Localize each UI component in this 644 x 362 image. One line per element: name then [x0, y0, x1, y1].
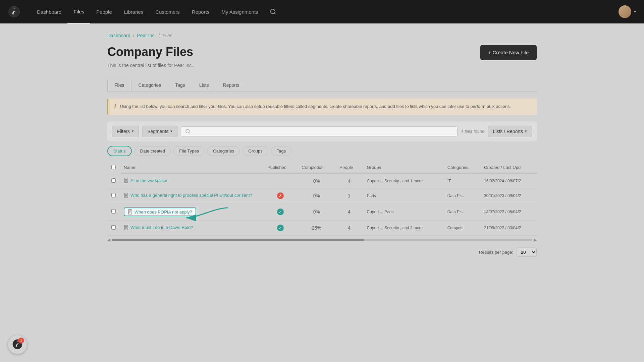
nav-chevron-down-icon[interactable]: ▾: [634, 9, 636, 14]
scroll-arrow-left-icon[interactable]: ◀: [107, 238, 110, 242]
row-date-cell: 14/07/2022 / 05/04/2: [480, 203, 537, 221]
segments-chevron-icon: ▾: [170, 129, 172, 133]
table-header-groups: Groups: [363, 162, 443, 174]
row-completion-cell: 25%: [298, 221, 335, 236]
file-link[interactable]: AI in the workplace: [130, 178, 167, 183]
row-date-cell: 16/02/2024 / 08/07/2: [480, 174, 537, 188]
row-checkbox-cell: [107, 203, 120, 221]
file-link[interactable]: When does POPIA not apply?: [135, 209, 192, 215]
row-checkbox[interactable]: [111, 209, 116, 214]
avatar[interactable]: [619, 5, 631, 18]
filter-pills: Status Date created File Types Categorie…: [107, 146, 537, 156]
files-count: 4 files found: [461, 129, 484, 134]
row-completion-cell: 0%: [298, 174, 335, 188]
tab-tags[interactable]: Tags: [168, 79, 192, 92]
tab-reports[interactable]: Reports: [216, 79, 247, 92]
info-banner: i Using the list below, you can search a…: [107, 99, 537, 115]
row-checkbox[interactable]: [111, 178, 116, 183]
scrollbar-thumb[interactable]: [112, 239, 364, 241]
segments-button[interactable]: Segments ▾: [142, 126, 177, 137]
nav-link-people[interactable]: People: [90, 0, 118, 23]
row-published-cell: [263, 174, 298, 188]
nav-link-dashboard[interactable]: Dashboard: [31, 0, 67, 23]
results-per-page-select[interactable]: 20 50 100: [517, 248, 537, 257]
pagination-bar: Results per page: 20 50 100: [107, 244, 537, 260]
file-icon: [124, 225, 128, 230]
breadcrumb-pear-inc[interactable]: Pear Inc.: [137, 33, 156, 38]
highlighted-file-name: When does POPIA not apply?: [124, 207, 196, 216]
horizontal-scrollbar[interactable]: ◀ ▶: [107, 238, 537, 242]
pill-file-types[interactable]: File Types: [173, 146, 205, 156]
nav-logo[interactable]: [8, 6, 20, 18]
nav-link-libraries[interactable]: Libraries: [118, 0, 150, 23]
file-icon: [124, 193, 128, 198]
row-published-cell: ✗: [263, 188, 298, 203]
table-header-checkbox: [107, 162, 120, 174]
lists-reports-button[interactable]: Lists / Reports ▾: [488, 126, 532, 137]
unpublished-status-icon: ✗: [277, 192, 284, 199]
table-header-name: Name: [120, 162, 263, 174]
table-header-date: Created / Last Upd: [480, 162, 537, 174]
row-people-cell: 4: [335, 221, 363, 236]
pill-categories[interactable]: Categories: [207, 146, 240, 156]
row-published-cell: ✓: [263, 203, 298, 221]
row-name-cell: AI in the workplace: [120, 174, 263, 188]
filters-button[interactable]: Filters ▾: [112, 126, 139, 137]
select-all-checkbox[interactable]: [111, 165, 116, 169]
filters-chevron-icon: ▾: [132, 129, 134, 133]
pill-tags[interactable]: Tags: [271, 146, 291, 156]
row-checkbox[interactable]: [111, 193, 116, 197]
row-date-cell: 30/01/2023 / 09/04/2: [480, 188, 537, 203]
create-new-file-button[interactable]: + Create New File: [480, 45, 537, 60]
tab-categories[interactable]: Categories: [131, 79, 168, 92]
notification-badge: 1: [18, 338, 24, 344]
row-groups-cell: Paris: [363, 188, 443, 203]
main-content: Dashboard / Pear Inc. / Files Company Fi…: [87, 23, 557, 269]
row-date-cell: 21/09/2022 / 03/04/2: [480, 221, 537, 236]
files-table-container: Name Published Completion People Groups …: [107, 162, 537, 236]
info-icon: i: [114, 104, 116, 110]
file-link[interactable]: What must I do in a Dawn Raid?: [130, 225, 193, 230]
row-published-cell: ✓: [263, 221, 298, 236]
row-categories-cell: Data Pr...: [443, 188, 480, 203]
bottom-widget[interactable]: 1: [8, 335, 27, 354]
nav-link-reports[interactable]: Reports: [186, 0, 216, 23]
table-header-categories: Categories: [443, 162, 480, 174]
row-people-cell: 4: [335, 174, 363, 188]
file-icon: [124, 178, 128, 183]
search-input[interactable]: [193, 129, 453, 134]
published-status-icon: ✓: [277, 225, 284, 231]
pill-groups[interactable]: Groups: [243, 146, 268, 156]
bottom-widget-inner: 1: [12, 339, 23, 351]
nav-link-customers[interactable]: Customers: [149, 0, 186, 23]
file-link[interactable]: Who has a general right to process speci…: [130, 193, 252, 198]
row-name-cell: Who has a general right to process speci…: [120, 188, 263, 203]
row-checkbox-cell: [107, 188, 120, 203]
search-icon[interactable]: [270, 8, 276, 15]
row-groups-cell: Cupert..., Security , and 1 more: [363, 174, 443, 188]
top-nav: Dashboard Files People Libraries Custome…: [0, 0, 644, 23]
row-people-cell: 1: [335, 188, 363, 203]
breadcrumb-dashboard[interactable]: Dashboard: [107, 33, 130, 38]
scrollbar-track[interactable]: [112, 239, 532, 241]
pill-date-created[interactable]: Date created: [135, 146, 171, 156]
row-groups-cell: Cupert..., Security , and 2 more: [363, 221, 443, 236]
tab-files[interactable]: Files: [107, 79, 131, 92]
scroll-arrow-right-icon[interactable]: ▶: [534, 238, 537, 242]
row-people-cell: 4: [335, 203, 363, 221]
nav-link-files[interactable]: Files: [67, 0, 90, 23]
nav-right: ▾: [619, 5, 636, 18]
svg-line-4: [189, 132, 190, 133]
lists-reports-label: Lists / Reports: [493, 129, 523, 134]
table-row: When does POPIA not apply? ✓ 0% 4 Cupert…: [107, 203, 537, 221]
breadcrumb: Dashboard / Pear Inc. / Files: [107, 33, 537, 38]
row-checkbox[interactable]: [111, 225, 116, 230]
row-name-cell: What must I do in a Dawn Raid?: [120, 221, 263, 236]
filters-label: Filters: [117, 129, 130, 134]
svg-line-2: [274, 13, 275, 14]
tab-lists[interactable]: Lists: [192, 79, 216, 92]
breadcrumb-sep-1: /: [133, 33, 135, 38]
pill-status[interactable]: Status: [107, 146, 132, 156]
results-per-page-label: Results per page:: [479, 250, 513, 255]
nav-link-my-assignments[interactable]: My Assignments: [215, 0, 264, 23]
